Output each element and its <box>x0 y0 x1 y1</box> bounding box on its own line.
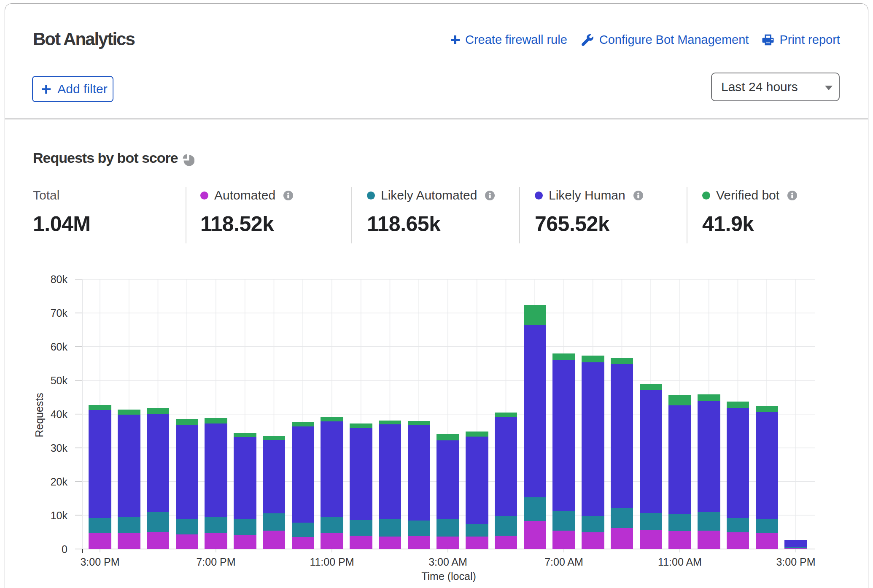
svg-text:20k: 20k <box>51 476 68 488</box>
svg-text:70k: 70k <box>51 307 68 319</box>
svg-text:11:00 PM: 11:00 PM <box>310 556 354 568</box>
svg-text:7:00 AM: 7:00 AM <box>544 556 583 568</box>
svg-text:0: 0 <box>62 543 67 555</box>
svg-text:Requests: Requests <box>33 393 45 437</box>
svg-text:80k: 80k <box>51 273 68 285</box>
svg-text:10k: 10k <box>51 510 68 521</box>
svg-text:7:00 PM: 7:00 PM <box>196 556 235 568</box>
svg-text:30k: 30k <box>51 442 68 454</box>
svg-text:Time (local): Time (local) <box>421 570 476 582</box>
svg-text:3:00 PM: 3:00 PM <box>776 556 815 568</box>
svg-text:3:00 PM: 3:00 PM <box>80 556 119 568</box>
svg-text:60k: 60k <box>51 341 68 353</box>
svg-text:11:00 AM: 11:00 AM <box>658 556 702 568</box>
svg-text:50k: 50k <box>51 375 68 386</box>
svg-text:3:00 AM: 3:00 AM <box>428 556 467 568</box>
svg-text:40k: 40k <box>51 408 68 420</box>
